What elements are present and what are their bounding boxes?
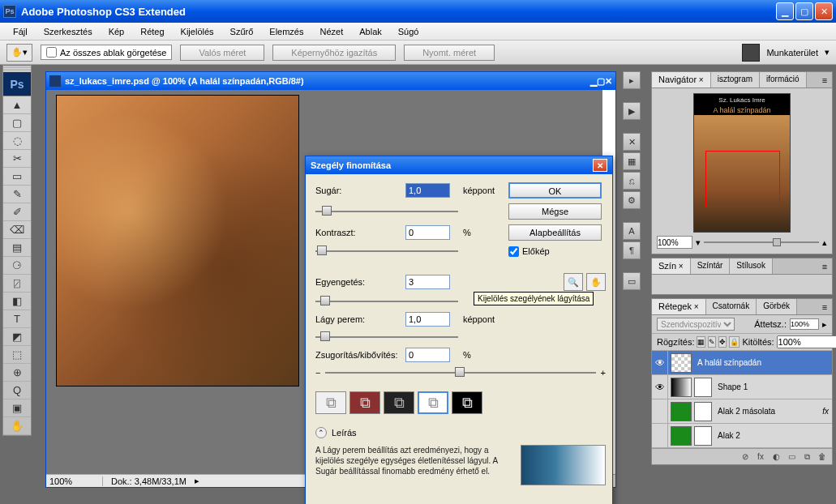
- window-close-button[interactable]: ✕: [815, 2, 833, 20]
- menu-bar: Fájl Szerkesztés Kép Réteg Kijelölés Szű…: [0, 23, 836, 41]
- scroll-all-label: Az összes ablak görgetése: [60, 48, 166, 58]
- menu-select[interactable]: Kijelölés: [174, 25, 221, 38]
- app-titlebar: Ps Adobe Photoshop CS3 Extended ▁ ▢ ✕: [0, 0, 836, 23]
- print-size-button[interactable]: Nyomt. méret: [404, 45, 495, 61]
- bridge-icon[interactable]: [742, 44, 760, 62]
- actual-pixels-button[interactable]: Valós méret: [180, 45, 264, 61]
- menu-help[interactable]: Súgó: [392, 25, 426, 38]
- fit-screen-button[interactable]: Képernyőhöz igazítás: [272, 45, 396, 61]
- menu-filter[interactable]: Szűrő: [224, 25, 260, 38]
- options-bar: ✋▾ Az összes ablak görgetése Valós méret…: [0, 41, 836, 65]
- app-logo: Ps: [3, 5, 16, 18]
- menu-file[interactable]: Fájl: [6, 25, 34, 38]
- window-minimize-button[interactable]: ▁: [776, 2, 794, 20]
- menu-image[interactable]: Kép: [102, 25, 131, 38]
- menu-view[interactable]: Nézet: [314, 25, 350, 38]
- scroll-all-checkbox-input[interactable]: [46, 47, 57, 58]
- workspace-dropdown-icon[interactable]: ▾: [825, 47, 830, 58]
- menu-layer[interactable]: Réteg: [134, 25, 170, 38]
- menu-window[interactable]: Ablak: [353, 25, 388, 38]
- scroll-all-windows-checkbox[interactable]: Az összes ablak görgetése: [41, 45, 172, 60]
- menu-edit[interactable]: Szerkesztés: [37, 25, 99, 38]
- workspace-label[interactable]: Munkaterület: [766, 48, 818, 58]
- app-title: Adobe Photoshop CS3 Extended: [21, 6, 776, 18]
- tool-preset-picker[interactable]: ✋▾: [6, 44, 32, 62]
- menu-analysis[interactable]: Elemzés: [263, 25, 310, 38]
- window-maximize-button[interactable]: ▢: [795, 2, 813, 20]
